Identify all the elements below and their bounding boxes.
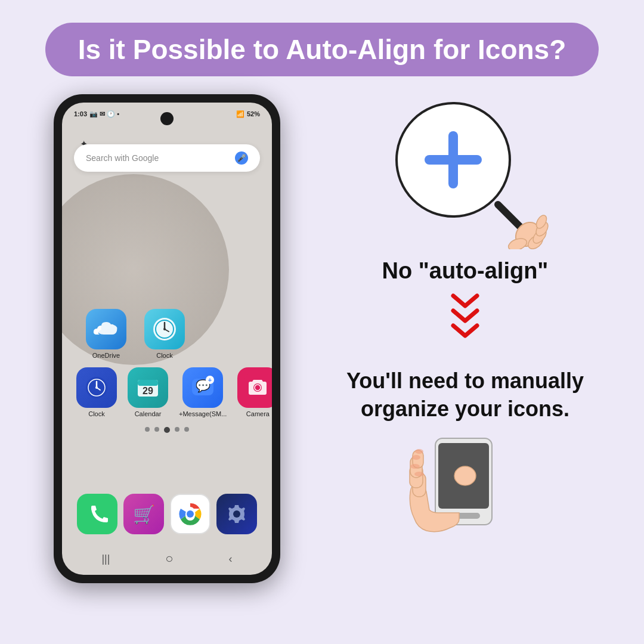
nav-home[interactable]: ○ <box>165 551 173 566</box>
svg-point-42 <box>415 449 423 454</box>
message-icon-img: 💬 + <box>182 367 223 408</box>
search-bar[interactable]: Search with Google 🎤 <box>74 144 260 172</box>
battery-status: 52% <box>247 110 260 117</box>
dock-settings[interactable] <box>216 494 257 534</box>
dock-galaxy[interactable]: 🛒 <box>123 494 164 534</box>
organize-text: You'll need to manually organize your ic… <box>322 367 608 423</box>
mic-icon[interactable]: 🎤 <box>235 151 248 165</box>
svg-point-45 <box>414 472 424 476</box>
status-time: 1:03 <box>74 110 87 117</box>
svg-rect-11 <box>138 380 158 386</box>
svg-point-44 <box>410 464 420 469</box>
phone-dock: 🛒 <box>62 488 272 540</box>
pagination-dots <box>62 427 272 433</box>
right-panel: No "auto-align" You'll need to manually … <box>310 88 620 540</box>
app-icon-clock-bottom[interactable]: Clock <box>76 367 117 417</box>
page-container: Is it Possible to Auto-Align for Icons? … <box>0 0 644 644</box>
app-icon-onedrive[interactable]: OneDrive <box>86 309 126 359</box>
status-icons: 📷 ✉ 🕐 • <box>89 110 119 118</box>
svg-point-23 <box>233 510 240 518</box>
red-arrows <box>447 293 483 358</box>
dock-chrome[interactable] <box>170 494 210 534</box>
main-content: 1:03 📷 ✉ 🕐 • 📶 52% ✦ ✦ <box>0 76 644 644</box>
title-banner: Is it Possible to Auto-Align for Icons? <box>45 23 599 76</box>
dock-settings-icon <box>216 494 257 534</box>
dot-1 <box>145 427 150 432</box>
dock-phone[interactable] <box>77 494 117 534</box>
phone-screen: 1:03 📷 ✉ 🕐 • 📶 52% ✦ ✦ <box>62 103 272 575</box>
status-left: 1:03 📷 ✉ 🕐 • <box>74 110 119 118</box>
clock-icon-img-top <box>144 309 185 349</box>
app-icon-message[interactable]: 💬 + +Message(SM... <box>179 367 227 417</box>
no-auto-align-text: No "auto-align" <box>382 258 549 284</box>
arrows-svg <box>447 293 483 358</box>
calendar-label: Calendar <box>135 410 162 417</box>
hand-phone-svg <box>400 432 531 543</box>
calendar-icon-img: 29 <box>128 367 168 408</box>
svg-point-43 <box>412 455 420 460</box>
svg-point-4 <box>163 328 166 330</box>
phone-notch <box>160 112 174 125</box>
nav-back[interactable]: ‹ <box>229 553 233 565</box>
status-right: 📶 52% <box>236 110 260 118</box>
app-icon-clock-top[interactable]: Clock <box>144 309 185 359</box>
svg-point-22 <box>187 510 194 518</box>
dock-galaxy-icon: 🛒 <box>123 494 164 534</box>
search-placeholder-text: Search with Google <box>86 153 159 163</box>
app-icon-camera[interactable]: Camera <box>237 367 272 417</box>
dot-2 <box>154 427 159 432</box>
nav-recent[interactable]: ||| <box>101 553 110 565</box>
hand-phone-illustration <box>400 432 531 540</box>
svg-point-37 <box>454 466 476 485</box>
nav-bar: ||| ○ ‹ <box>62 546 272 575</box>
camera-icon-img <box>237 367 272 408</box>
app-icon-calendar[interactable]: 29 Calendar <box>128 367 168 417</box>
magnifier-illustration <box>382 94 549 249</box>
dock-phone-icon <box>77 494 117 534</box>
onedrive-icon-img <box>86 309 126 349</box>
dock-chrome-icon <box>170 494 210 534</box>
svg-text:+: + <box>208 376 212 383</box>
app-grid-bottom: Clock 29 Calendar <box>62 367 272 417</box>
phone-mockup: 1:03 📷 ✉ 🕐 • 📶 52% ✦ ✦ <box>54 94 280 583</box>
phone-container: 1:03 📷 ✉ 🕐 • 📶 52% ✦ ✦ <box>24 88 310 583</box>
dot-4 <box>175 427 179 432</box>
clock2-label: Clock <box>88 410 105 417</box>
app-grid-top: OneDrive <box>62 309 272 359</box>
page-title: Is it Possible to Auto-Align for Icons? <box>78 34 566 65</box>
dot-3-active <box>164 427 170 433</box>
message-label: +Message(SM... <box>179 410 227 417</box>
wifi-icon: 📶 <box>236 110 244 118</box>
svg-point-9 <box>95 386 98 389</box>
magnifier-svg <box>382 94 549 249</box>
mic-symbol: 🎤 <box>237 154 246 162</box>
dot-5 <box>184 427 189 432</box>
svg-text:29: 29 <box>143 386 153 396</box>
camera-label: Camera <box>246 410 270 417</box>
onedrive-label: OneDrive <box>92 352 120 359</box>
clock2-icon-img <box>76 367 117 408</box>
clock-label-top: Clock <box>156 352 173 359</box>
